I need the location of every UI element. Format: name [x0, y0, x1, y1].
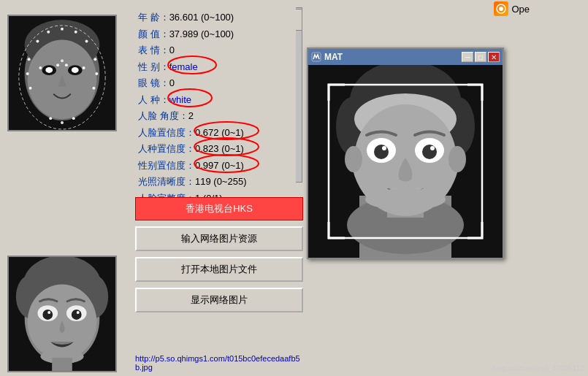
svg-point-63: [422, 145, 437, 159]
svg-point-11: [47, 31, 50, 34]
svg-point-64: [382, 146, 386, 150]
svg-point-69: [448, 146, 466, 172]
mat-titlebar: MAT ─ □ ✕: [308, 49, 503, 65]
face-svg-top: [9, 15, 115, 131]
svg-rect-43: [52, 358, 72, 371]
svg-point-22: [49, 117, 52, 120]
svg-point-18: [95, 72, 98, 75]
face-img-bottom: [9, 257, 115, 371]
gender-value-wrapper: female: [169, 60, 198, 74]
svg-point-13: [36, 40, 39, 43]
light-row: 光照清晰度： 119 (0~255): [138, 174, 293, 189]
mat-title-area: MAT: [311, 52, 343, 62]
svg-point-19: [29, 87, 32, 90]
svg-point-20: [92, 87, 95, 90]
age-value: 36.601 (0~100): [169, 10, 234, 25]
svg-point-39: [72, 310, 82, 320]
age-row: 年 龄： 36.601 (0~100): [138, 10, 293, 25]
race-conf-label: 人种置信度：: [138, 142, 195, 156]
svg-point-29: [61, 59, 64, 62]
gender-conf-circle: [192, 154, 261, 173]
svg-point-24: [39, 66, 42, 69]
face-svg-bottom: [9, 256, 115, 372]
left-panel: [7, 15, 124, 131]
gender-label: 性 别：: [138, 60, 169, 74]
gender-conf-wrapper: 0.997 (0~1): [195, 158, 244, 173]
buttons-panel: 香港电视台HKS 输入网络图片资源 打开本地图片文件 显示网络图片: [135, 197, 303, 312]
svg-point-40: [47, 311, 50, 314]
light-value: 119 (0~255): [195, 174, 246, 189]
svg-point-44: [168, 56, 216, 74]
hk-tv-button[interactable]: 香港电视台HKS: [135, 197, 303, 220]
face-value-row: 颜 值： 37.989 (0~100): [138, 27, 293, 42]
light-label: 光照清晰度：: [138, 174, 195, 189]
mat-minimize-button[interactable]: ─: [462, 52, 473, 62]
svg-point-27: [83, 66, 85, 69]
svg-point-38: [42, 310, 53, 320]
svg-point-9: [72, 67, 79, 73]
mat-maximize-button[interactable]: □: [475, 52, 486, 62]
mat-face-svg: [308, 65, 503, 258]
gender-conf-label: 性别置信度：: [138, 158, 195, 173]
face-value: 37.989 (0~100): [169, 27, 234, 42]
svg-point-41: [77, 311, 80, 314]
svg-point-48: [194, 155, 259, 172]
svg-point-16: [93, 58, 96, 61]
glasses-row: 眼 镜： 0: [138, 76, 293, 91]
svg-point-45: [168, 89, 212, 107]
face-conf-label: 人脸置信度：: [138, 126, 195, 140]
svg-point-62: [374, 145, 389, 159]
svg-point-14: [85, 40, 88, 43]
glasses-label: 眼 镜：: [138, 76, 169, 91]
data-panel: 年 龄： 36.601 (0~100) 颜 值： 37.989 (0~100) …: [135, 7, 296, 227]
svg-point-21: [61, 121, 64, 124]
svg-point-65: [430, 146, 435, 150]
svg-point-10: [61, 28, 64, 31]
face-value-label: 颜 值：: [138, 27, 169, 42]
race-row: 人 种： white: [138, 93, 293, 107]
svg-point-8: [45, 67, 53, 73]
ope-icon: [494, 1, 508, 16]
mat-content: [308, 65, 503, 258]
face-angle-label: 人脸 角度：: [138, 109, 188, 123]
input-network-button[interactable]: 输入网络图片资源: [135, 226, 303, 251]
mat-icon: [311, 52, 321, 62]
show-network-button[interactable]: 显示网络图片: [135, 288, 303, 312]
race-value-wrapper: white: [169, 93, 191, 107]
svg-point-68: [345, 146, 362, 172]
watermark: blog.csdn.net/m0_37606112: [492, 364, 584, 372]
svg-point-46: [194, 122, 259, 139]
race-circle: [167, 88, 214, 107]
mat-window: MAT ─ □ ✕: [307, 47, 504, 259]
gender-row: 性 别： female: [138, 60, 293, 74]
gender-conf-row: 性别置信度： 0.997 (0~1): [138, 158, 293, 173]
main-window: Ope: [0, 0, 588, 376]
mat-controls: ─ □ ✕: [462, 52, 500, 62]
svg-point-67: [365, 188, 446, 210]
open-local-button[interactable]: 打开本地图片文件: [135, 257, 303, 282]
top-branding: Ope: [494, 1, 530, 16]
url-display: http://p5.so.qhimgs1.com/t015bc0efecedaa…: [135, 354, 303, 372]
expression-label: 表 情：: [138, 43, 169, 58]
svg-point-26: [65, 64, 68, 66]
face-image-top: [7, 15, 117, 131]
gender-circle: [167, 55, 218, 74]
svg-point-23: [72, 117, 75, 120]
race-label: 人 种：: [138, 93, 169, 107]
svg-point-15: [28, 58, 31, 61]
face-img-top: [9, 16, 115, 130]
mat-close-button[interactable]: ✕: [488, 52, 500, 62]
svg-point-1: [499, 7, 503, 11]
age-label: 年 龄：: [138, 10, 169, 25]
svg-point-17: [26, 72, 29, 75]
svg-point-47: [194, 138, 259, 156]
svg-point-25: [56, 64, 59, 66]
svg-point-12: [75, 31, 77, 34]
face-image-bottom: [7, 256, 117, 372]
ope-label: Ope: [511, 4, 530, 15]
mat-title-text: MAT: [324, 52, 343, 62]
